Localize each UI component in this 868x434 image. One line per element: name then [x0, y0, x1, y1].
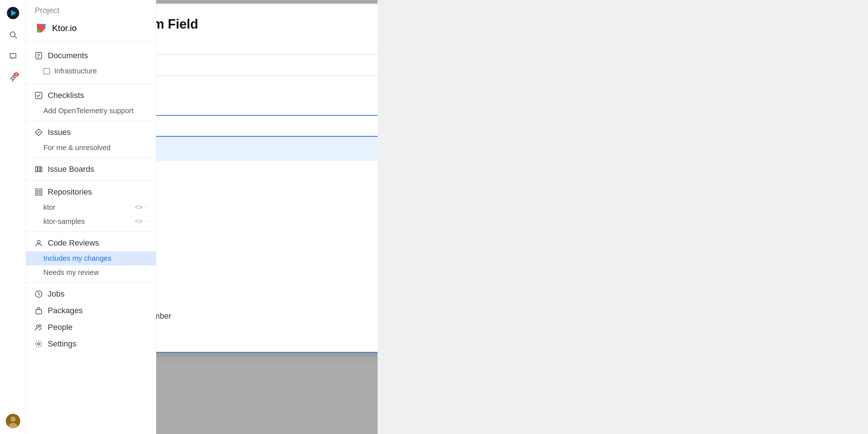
new-custom-field-modal: New Custom Field ✕ Name Add description … [156, 4, 378, 306]
sidebar-item-infrastructure[interactable]: Infrastructure [26, 64, 156, 78]
icon-rail: 6 [0, 0, 26, 434]
svg-point-26 [38, 343, 40, 345]
type-select-input[interactable]: Text ∧ [156, 115, 378, 137]
sidebar-item-needs-my-review-label: Needs my review [43, 268, 99, 277]
main-content: New field ▾ Constraints Required Ye [156, 0, 378, 434]
svg-rect-18 [35, 189, 42, 190]
svg-rect-17 [41, 167, 42, 172]
sidebar-item-ktor[interactable]: ktor <> · [26, 200, 156, 214]
modal-body: Name Add description Type Text ∧ Text Nu… [156, 41, 378, 148]
search-icon-btn[interactable] [6, 27, 20, 42]
project-logo [35, 22, 48, 35]
dot-icon-2: · [145, 218, 147, 225]
dropdown-item-number[interactable]: Number [156, 161, 378, 185]
sidebar-item-otel[interactable]: Add OpenTelemetry support [26, 104, 156, 118]
sidebar-item-ktor-samples[interactable]: ktor-samples <> · [26, 214, 156, 229]
svg-rect-12 [44, 68, 50, 74]
code-icon: <> [135, 204, 142, 211]
dropdown-item-date-time[interactable]: Date & Time [156, 256, 378, 280]
type-dropdown-list: Text Number List Checkbox Date Date & Ti… [156, 137, 378, 353]
dot-icon: · [145, 204, 147, 211]
sidebar-item-ktor-label: ktor [43, 203, 55, 212]
type-select-container: Text ∧ Text Number List Checkbox Date Da… [156, 115, 378, 137]
project-name: Ktor.io [52, 23, 77, 33]
svg-point-14 [38, 132, 39, 133]
sidebar-item-people[interactable]: People [26, 319, 156, 336]
sidebar-item-issue-boards[interactable]: Issue Boards [26, 161, 156, 178]
name-field-input[interactable] [156, 54, 378, 76]
sidebar-item-includes-my-changes[interactable]: Includes my changes [26, 251, 156, 265]
project-label: Project [26, 0, 156, 18]
lightning-icon-btn[interactable]: 6 [6, 71, 20, 85]
sidebar-item-code-reviews[interactable]: Code Reviews [26, 235, 156, 251]
sidebar-item-checklists-label: Checklists [48, 91, 84, 100]
sidebar-item-for-me-label: For me & unresolved [43, 144, 111, 152]
sidebar-item-packages[interactable]: Packages [26, 302, 156, 319]
svg-point-21 [37, 241, 40, 243]
name-field-label: Name [156, 41, 378, 50]
sidebar-item-settings[interactable]: Settings [26, 336, 156, 352]
sidebar-item-packages-label: Packages [48, 306, 83, 315]
sidebar-project-item[interactable]: Ktor.io [26, 18, 156, 38]
sidebar-item-repos[interactable]: Repositories [26, 184, 156, 200]
sidebar-item-boards-label: Issue Boards [48, 165, 94, 174]
svg-point-5 [10, 417, 16, 422]
svg-line-3 [14, 37, 17, 39]
sidebar-item-for-me[interactable]: For me & unresolved [26, 141, 156, 155]
sidebar-item-people-label: People [48, 323, 73, 332]
notification-badge: 6 [14, 72, 18, 77]
app-logo[interactable] [6, 6, 20, 20]
sidebar-item-checklists[interactable]: Checklists [26, 87, 156, 104]
sidebar-item-otel-label: Add OpenTelemetry support [43, 107, 133, 115]
modal-overlay[interactable]: New Custom Field ✕ Name Add description … [156, 0, 378, 434]
svg-rect-23 [36, 310, 42, 314]
sidebar-nav: Project Ktor.io Documents Infrastructure [26, 0, 156, 434]
type-field-label: Type [156, 101, 378, 111]
dropdown-item-team[interactable]: Team [156, 328, 378, 352]
sidebar-item-infrastructure-label: Infrastructure [54, 67, 97, 75]
sidebar-item-jobs-label: Jobs [48, 289, 64, 299]
sidebar-section-docs: Documents Infrastructure [26, 44, 156, 81]
dropdown-item-percentage[interactable]: Percentage [156, 280, 378, 304]
chat-icon-btn[interactable] [6, 49, 20, 64]
dropdown-item-checkbox[interactable]: Checkbox [156, 209, 378, 233]
sidebar-item-repos-label: Repositories [48, 187, 92, 197]
svg-rect-16 [38, 167, 40, 172]
modal-header: New Custom Field ✕ [156, 4, 378, 41]
sidebar-item-jobs[interactable]: Jobs [26, 286, 156, 302]
sidebar-item-settings-label: Settings [48, 339, 77, 349]
sidebar-item-issues[interactable]: Issues [26, 124, 156, 141]
svg-rect-19 [35, 191, 42, 193]
svg-point-24 [37, 325, 39, 328]
svg-point-25 [39, 325, 41, 327]
avatar-icon-btn[interactable] [6, 414, 20, 428]
sidebar-item-code-reviews-label: Code Reviews [48, 238, 99, 248]
modal-title: New Custom Field [156, 17, 198, 32]
svg-rect-15 [35, 167, 37, 172]
sidebar-item-includes-my-changes-label: Includes my changes [43, 254, 111, 263]
dropdown-item-text[interactable]: Text [156, 137, 378, 161]
dropdown-item-date[interactable]: Date [156, 233, 378, 256]
dropdown-item-org-member[interactable]: Organization member [156, 304, 378, 328]
svg-rect-20 [35, 194, 42, 195]
sidebar-item-needs-my-review[interactable]: Needs my review [26, 265, 156, 280]
sidebar-item-documents[interactable]: Documents [26, 47, 156, 64]
sidebar-item-issues-label: Issues [48, 128, 71, 137]
dropdown-item-list[interactable]: List [156, 185, 378, 209]
sidebar-item-documents-label: Documents [48, 51, 88, 60]
sidebar-item-ktor-samples-label: ktor-samples [43, 217, 85, 226]
code-icon-2: <> [135, 218, 142, 225]
